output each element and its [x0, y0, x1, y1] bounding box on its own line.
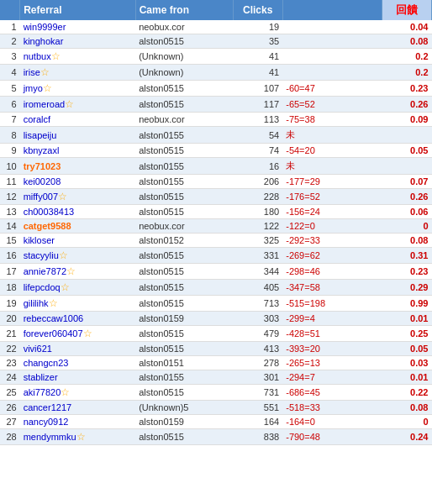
clicks-detail: -122=0 [282, 219, 382, 234]
table-row: 23changcn23alston0151278-265=130.03 [0, 356, 432, 370]
table-row: 20rebeccaw1006alston0159303-299=40.01 [0, 312, 432, 326]
referral-name[interactable]: mendymmku☆ [20, 429, 136, 445]
came-from: alston0515 [135, 205, 233, 219]
table-row: 19gililihk☆alston0515713-515=1980.99 [0, 296, 432, 312]
referral-name[interactable]: gililihk☆ [20, 296, 136, 312]
referral-name[interactable]: changcn23 [20, 356, 136, 370]
referral-name[interactable]: lifepcdoq☆ [20, 280, 136, 296]
row-num: 25 [0, 385, 20, 401]
referral-name[interactable]: ch00038413 [20, 205, 136, 219]
referral-name[interactable]: rebeccaw1006 [20, 312, 136, 326]
referral-name[interactable]: coralcf [20, 113, 136, 127]
feedback-value: 0.08 [382, 234, 431, 248]
referral-name[interactable]: kbnyzaxl [20, 144, 136, 158]
referral-name[interactable]: stablizer [20, 370, 136, 385]
clicks-detail [282, 65, 382, 81]
feedback-value: 0.07 [382, 175, 431, 189]
came-from: alston0515 [135, 97, 233, 113]
clicks-detail: -515=198 [282, 296, 382, 312]
table-row: 9kbnyzaxlalston051574-54=200.05 [0, 144, 432, 158]
clicks-detail: -60=47 [282, 81, 382, 97]
table-row: 22vivi621alston0515413-393=200.05 [0, 342, 432, 356]
clicks-detail: -518=33 [282, 401, 382, 415]
clicks-detail: -65=52 [282, 97, 382, 113]
feedback-value: 0.29 [382, 280, 431, 296]
came-from: alston0515 [135, 144, 233, 158]
referral-name[interactable]: kikloser [20, 234, 136, 248]
came-from: alston0515 [135, 248, 233, 264]
clicks-detail [282, 34, 382, 49]
table-row: 1win9999erneobux.cor190.04 [0, 20, 432, 34]
came-from: alston0155 [135, 158, 233, 175]
row-num: 2 [0, 34, 20, 49]
feedback-value: 0.26 [382, 189, 431, 205]
header-feedback: 回饋 [382, 0, 431, 20]
clicks-detail: -164=0 [282, 415, 382, 429]
row-num: 8 [0, 127, 20, 144]
clicks-count: 54 [233, 127, 282, 144]
table-row: 27nancy0912alston0159164-164=00 [0, 415, 432, 429]
clicks-count: 344 [233, 264, 282, 280]
clicks-count: 303 [233, 312, 282, 326]
came-from: alston0515 [135, 280, 233, 296]
table-row: 15kikloseralston0152325-292=330.08 [0, 234, 432, 248]
referral-name[interactable]: aki77820☆ [20, 385, 136, 401]
row-num: 28 [0, 429, 20, 445]
clicks-detail: -54=20 [282, 144, 382, 158]
table-row: 5jmyo☆alston0515107-60=470.23 [0, 81, 432, 97]
feedback-value: 0.06 [382, 205, 431, 219]
referral-name[interactable]: vivi621 [20, 342, 136, 356]
row-num: 12 [0, 189, 20, 205]
clicks-detail: -347=58 [282, 280, 382, 296]
came-from: alston0515 [135, 342, 233, 356]
star-icon: ☆ [76, 431, 86, 443]
referral-name[interactable]: catget9588 [20, 219, 136, 234]
table-row: 10try71023alston015516未 [0, 158, 432, 175]
clicks-count: 331 [233, 248, 282, 264]
clicks-detail: -292=33 [282, 234, 382, 248]
row-num: 4 [0, 65, 20, 81]
referral-name[interactable]: nancy0912 [20, 415, 136, 429]
row-num: 24 [0, 370, 20, 385]
feedback-value: 0 [382, 415, 431, 429]
referral-name[interactable]: stacyyliu☆ [20, 248, 136, 264]
feedback-value: 0.05 [382, 144, 431, 158]
referral-name[interactable]: lisapeiju [20, 127, 136, 144]
clicks-count: 713 [233, 296, 282, 312]
clicks-count: 35 [233, 34, 282, 49]
referral-name[interactable]: win9999er [20, 20, 136, 34]
came-from: alston0155 [135, 127, 233, 144]
clicks-count: 206 [233, 175, 282, 189]
referral-name[interactable]: try71023 [20, 158, 136, 175]
referral-name[interactable]: jmyo☆ [20, 81, 136, 97]
referral-name[interactable]: irise☆ [20, 65, 136, 81]
header-clicks: Clicks [233, 0, 282, 20]
referral-name[interactable]: kei00208 [20, 175, 136, 189]
feedback-value: 0.23 [382, 264, 431, 280]
feedback-value: 0.03 [382, 356, 431, 370]
table-row: 28mendymmku☆alston0515838-790=480.24 [0, 429, 432, 445]
row-num: 26 [0, 401, 20, 415]
referral-name[interactable]: iromeroad☆ [20, 97, 136, 113]
table-row: 25aki77820☆alston0515731-686=450.22 [0, 385, 432, 401]
clicks-count: 479 [233, 326, 282, 342]
referral-name[interactable]: miffy007☆ [20, 189, 136, 205]
row-num: 9 [0, 144, 20, 158]
star-icon: ☆ [65, 98, 74, 110]
feedback-value: 0.26 [382, 97, 431, 113]
referral-name[interactable]: kinghokar [20, 34, 136, 49]
referral-name[interactable]: annie7872☆ [20, 264, 136, 280]
row-num: 10 [0, 158, 20, 175]
clicks-count: 16 [233, 158, 282, 175]
row-num: 11 [0, 175, 20, 189]
referral-name[interactable]: forever060407☆ [20, 326, 136, 342]
referral-name[interactable]: cancer1217 [20, 401, 136, 415]
feedback-value: 0.23 [382, 81, 431, 97]
clicks-count: 731 [233, 385, 282, 401]
row-num: 7 [0, 113, 20, 127]
referral-name[interactable]: nutbux☆ [20, 49, 136, 65]
came-from: alston0515 [135, 296, 233, 312]
star-icon: ☆ [49, 297, 58, 309]
feedback-value: 0.31 [382, 248, 431, 264]
table-row: 8lisapeijualston015554未 [0, 127, 432, 144]
